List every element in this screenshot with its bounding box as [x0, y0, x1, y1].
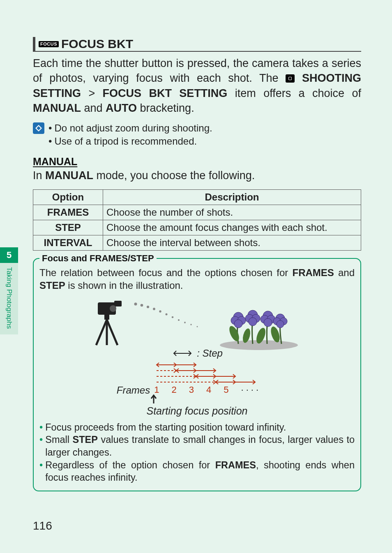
intro-text-2: item offers a choice of — [227, 87, 361, 99]
focus-frames-step-callout: Focus and FRAMES/STEP The relation betwe… — [33, 258, 361, 491]
callout-intro-a: The relation between focus and the optio… — [39, 267, 292, 278]
callout-frames-word: FRAMES — [292, 267, 334, 278]
svg-point-17 — [184, 322, 186, 323]
callout-bullet: • Focus proceeds from the starting posit… — [39, 421, 355, 434]
callout-step-word: STEP — [39, 280, 65, 291]
tip-text: Do not adjust zoom during shooting. — [54, 122, 212, 135]
camera-settings-icon — [286, 74, 295, 83]
col-description: Description — [103, 189, 361, 205]
frames-block: Frames — [117, 362, 277, 396]
svg-point-19 — [196, 326, 198, 327]
section-title: FOCUS BKT — [61, 37, 133, 51]
intro-gt: > — [81, 87, 103, 99]
svg-point-24 — [234, 320, 242, 328]
page-number: 116 — [33, 519, 52, 532]
svg-point-16 — [178, 319, 179, 321]
callout-bullet: • Regardless of the option chosen for FR… — [39, 459, 355, 484]
svg-point-11 — [146, 306, 149, 308]
callout-title: Focus and FRAMES/STEP — [39, 253, 157, 264]
intro-and: and — [81, 102, 106, 114]
svg-point-9 — [134, 302, 137, 305]
manual-heading: MANUAL — [33, 156, 361, 168]
table-row: STEP Choose the amount focus changes wit… — [33, 220, 361, 235]
svg-point-18 — [190, 324, 191, 325]
tip-block: •Do not adjust zoom during shooting. •Us… — [33, 122, 361, 148]
callout-bullet: • Small STEP values translate to small c… — [39, 433, 355, 459]
cell-desc: Choose the interval between shots. — [103, 235, 361, 250]
options-table: Option Description FRAMES Choose the num… — [33, 189, 361, 251]
intro-paragraph: Each time the shutter button is pressed,… — [33, 56, 361, 116]
flowers-icon — [214, 297, 304, 350]
svg-point-12 — [153, 308, 155, 310]
col-option: Option — [33, 189, 103, 205]
bullet-dot-icon: • — [48, 135, 52, 148]
table-row: INTERVAL Choose the interval between sho… — [33, 235, 361, 250]
tip-item: •Use of a tripod is recommended. — [48, 135, 212, 148]
manual-lead-bold: MANUAL — [45, 169, 93, 182]
frames-label: Frames — [117, 362, 150, 396]
bullet-dot-icon: • — [48, 122, 52, 135]
dots-trail-icon — [134, 301, 203, 329]
cell-option: INTERVAL — [33, 235, 103, 250]
manual-lead-out: mode, you choose the following. — [93, 169, 255, 182]
svg-line-6 — [96, 320, 107, 345]
cell-option: STEP — [33, 220, 103, 235]
bullet-dot-icon: • — [39, 421, 43, 434]
bullet-text: Regardless of the option chosen for FRAM… — [45, 459, 355, 484]
diagram-top — [90, 297, 304, 346]
intro-manual: MANUAL — [33, 102, 81, 114]
manual-lead-in: In — [33, 169, 45, 182]
bullet-dot-icon: • — [39, 459, 43, 484]
focus-badge-icon: FOCUS — [39, 41, 59, 47]
svg-point-4 — [110, 305, 116, 312]
manual-page: 5 Taking Photographs FOCUS FOCUS BKT Eac… — [0, 0, 392, 553]
section-header: FOCUS FOCUS BKT — [33, 37, 361, 52]
cell-desc: Choose the amount focus changes with eac… — [103, 220, 361, 235]
tip-list: •Do not adjust zoom during shooting. •Us… — [48, 122, 212, 148]
cell-desc: Choose the number of shots. — [103, 205, 361, 220]
chapter-label: Taking Photographs — [0, 263, 18, 334]
svg-rect-5 — [104, 315, 109, 320]
chapter-number: 5 — [0, 247, 18, 263]
tip-text: Use of a tripod is recommended. — [54, 135, 197, 148]
intro-text-3: bracketing. — [137, 102, 194, 114]
frames-arrows-icon — [154, 362, 277, 386]
svg-point-15 — [171, 316, 173, 318]
cell-option: FRAMES — [33, 205, 103, 220]
svg-point-28 — [249, 318, 257, 326]
double-arrow-icon — [171, 350, 194, 357]
table-row: FRAMES Choose the number of shots. — [33, 205, 361, 220]
frames-arrows: 1 2 3 4 5 · · · · — [154, 362, 277, 396]
bullet-dot-icon: • — [39, 433, 43, 459]
manual-lead: In MANUAL mode, you choose the following… — [33, 169, 361, 182]
intro-focusbkt: FOCUS BKT SETTING — [103, 87, 228, 99]
diamond-tip-icon — [33, 122, 44, 134]
starting-focus-label: Starting focus position — [147, 405, 248, 417]
svg-point-13 — [159, 310, 161, 312]
svg-point-32 — [264, 318, 272, 327]
svg-point-10 — [140, 304, 143, 307]
intro-auto: AUTO — [106, 102, 137, 114]
svg-point-14 — [165, 313, 167, 315]
focus-diagram: : Step Frames — [39, 297, 355, 417]
svg-rect-3 — [114, 301, 122, 306]
callout-bullet-list: • Focus proceeds from the starting posit… — [39, 421, 355, 484]
svg-line-8 — [107, 320, 118, 345]
bullet-text: Focus proceeds from the starting positio… — [45, 421, 286, 434]
bullet-text: Small STEP values translate to small cha… — [45, 433, 355, 459]
callout-intro-b: and — [334, 267, 355, 278]
chapter-tab: 5 Taking Photographs — [0, 247, 18, 334]
callout-intro: The relation between focus and the optio… — [39, 266, 355, 292]
callout-intro-c: is shown in the illustration. — [65, 280, 183, 291]
camera-tripod-icon — [90, 301, 127, 346]
svg-point-36 — [277, 320, 284, 328]
tip-item: •Do not adjust zoom during shooting. — [48, 122, 212, 135]
table-header-row: Option Description — [33, 189, 361, 205]
